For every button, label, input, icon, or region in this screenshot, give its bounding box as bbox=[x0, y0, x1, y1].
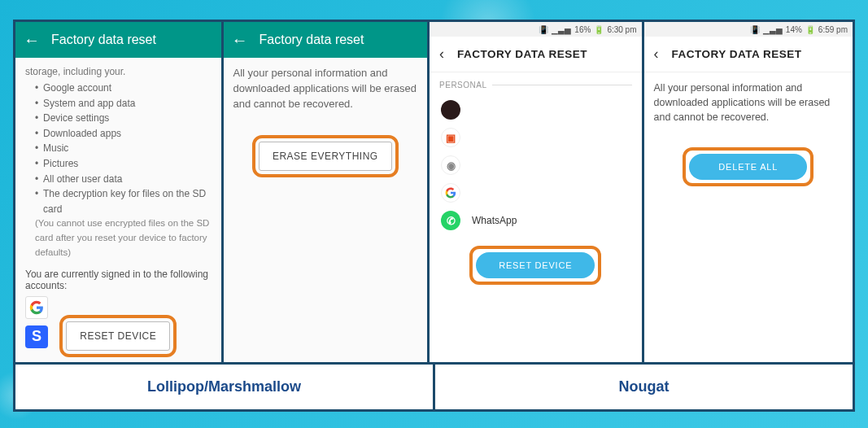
battery-icon: 🔋 bbox=[805, 25, 815, 34]
list-item: Pictures bbox=[35, 156, 212, 172]
battery-level: 16% bbox=[574, 25, 591, 34]
list-item: Downloaded apps bbox=[35, 126, 212, 142]
back-chevron-icon[interactable]: ‹ bbox=[439, 46, 444, 63]
warning-message: All your personal information and downlo… bbox=[654, 81, 843, 124]
reset-device-button[interactable]: RESET DEVICE bbox=[66, 321, 170, 351]
list-item: Device settings bbox=[35, 111, 212, 126]
reset-device-button[interactable]: RESET DEVICE bbox=[476, 252, 595, 278]
app-name: WhatsApp bbox=[472, 215, 517, 226]
header-title: Factory data reset bbox=[51, 33, 156, 47]
whatsapp-icon: ✆ bbox=[441, 211, 460, 230]
data-list: Google account System and app data Devic… bbox=[35, 81, 212, 260]
google-icon bbox=[441, 183, 460, 203]
screenshot-panel-marshmallow-list: ← Factory data reset storage, including … bbox=[15, 22, 224, 362]
screenshot-panel-nougat-list: 📳 ▁▃▅ 16% 🔋 6:30 pm ‹ FACTORY DATA RESET… bbox=[430, 22, 643, 362]
generic-app-icon: ◉ bbox=[441, 155, 460, 175]
header-title: Factory data reset bbox=[260, 33, 364, 47]
app-row: ▣ bbox=[439, 124, 631, 151]
highlight-annotation: RESET DEVICE bbox=[469, 246, 601, 285]
app-row bbox=[439, 96, 631, 124]
app-row: ◉ bbox=[439, 151, 631, 179]
status-bar: 📳 ▁▃▅ 14% 🔋 6:59 pm bbox=[644, 22, 853, 37]
truncated-text: storage, including your. bbox=[25, 66, 212, 77]
app-icon bbox=[441, 100, 460, 120]
signal-icon: ▁▃▅ bbox=[552, 25, 571, 34]
app-header: ← Factory data reset bbox=[224, 22, 428, 58]
signed-in-text: You are currently signed in to the follo… bbox=[25, 269, 212, 291]
caption-left: Lollipop/Marshmallow bbox=[15, 365, 435, 409]
battery-icon: 🔋 bbox=[594, 25, 604, 34]
header-title: FACTORY DATA RESET bbox=[457, 48, 587, 60]
erase-everything-button[interactable]: ERASE EVERYTHING bbox=[259, 142, 392, 171]
screenshot-panel-nougat-confirm: 📳 ▁▃▅ 14% 🔋 6:59 pm ‹ FACTORY DATA RESET… bbox=[644, 22, 853, 362]
app-header: ‹ FACTORY DATA RESET bbox=[430, 37, 641, 72]
clock: 6:30 pm bbox=[607, 25, 636, 34]
signal-icon: ▁▃▅ bbox=[763, 25, 783, 34]
list-item: Google account bbox=[35, 81, 212, 96]
list-note: (You cannot use encrypted files on the S… bbox=[35, 216, 212, 260]
list-item: System and app data bbox=[35, 96, 212, 111]
caption-row: Lollipop/Marshmallow Nougat bbox=[13, 365, 855, 412]
screenshot-panel-marshmallow-confirm: ← Factory data reset All your personal i… bbox=[224, 22, 430, 362]
battery-level: 14% bbox=[786, 25, 802, 34]
highlight-annotation: ERASE EVERYTHING bbox=[252, 135, 399, 177]
app-row: ✆ WhatsApp bbox=[439, 207, 631, 234]
highlight-annotation: RESET DEVICE bbox=[59, 315, 177, 357]
section-label: PERSONAL bbox=[439, 81, 631, 90]
caption-right: Nougat bbox=[435, 365, 853, 409]
vibrate-icon: 📳 bbox=[750, 25, 760, 34]
clock: 6:59 pm bbox=[818, 25, 848, 34]
status-bar: 📳 ▁▃▅ 16% 🔋 6:30 pm bbox=[430, 22, 641, 37]
delete-all-button[interactable]: DELETE ALL bbox=[689, 154, 807, 180]
vibrate-icon: 📳 bbox=[539, 25, 548, 34]
app-header: ← Factory data reset bbox=[15, 22, 221, 58]
list-item: Music bbox=[35, 141, 212, 156]
list-item: All other user data bbox=[35, 172, 212, 187]
back-arrow-icon[interactable]: ← bbox=[24, 31, 40, 50]
app-header: ‹ FACTORY DATA RESET bbox=[644, 37, 853, 72]
highlight-annotation: DELETE ALL bbox=[683, 147, 813, 186]
back-chevron-icon[interactable]: ‹ bbox=[654, 46, 659, 63]
header-title: FACTORY DATA RESET bbox=[672, 48, 802, 60]
app-row bbox=[439, 179, 631, 207]
back-arrow-icon[interactable]: ← bbox=[232, 31, 248, 50]
office-icon: ▣ bbox=[441, 128, 460, 147]
list-item: The decryption key for files on the SD c… bbox=[35, 186, 212, 216]
warning-message: All your personal information and downlo… bbox=[233, 66, 418, 112]
